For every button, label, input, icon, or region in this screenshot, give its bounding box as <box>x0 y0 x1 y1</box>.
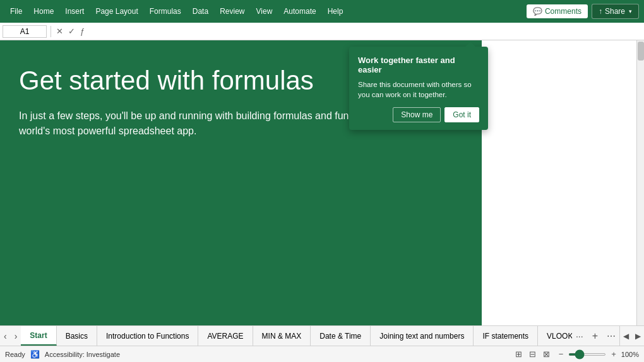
formula-input[interactable] <box>88 26 641 37</box>
confirm-formula-icon[interactable]: ✓ <box>67 26 76 36</box>
normal-view-button[interactable]: ⊞ <box>513 348 525 360</box>
status-left: Ready ♿ Accessibility: Investigate <box>5 350 120 359</box>
menu-review[interactable]: Review <box>215 4 249 18</box>
status-bar: Ready ♿ Accessibility: Investigate ⊞ ⊟ ⊠… <box>0 346 644 362</box>
tab-joining-text[interactable]: Joining text and numbers <box>371 326 474 346</box>
status-right: ⊞ ⊟ ⊠ − + 100% <box>513 348 639 360</box>
share-label: Share <box>605 7 625 16</box>
tab-date-time[interactable]: Date & Time <box>311 326 371 346</box>
tab-nav-prev[interactable]: ‹ <box>0 326 11 346</box>
ready-status: Ready <box>5 351 25 358</box>
tab-start[interactable]: Start <box>21 326 56 346</box>
menu-formulas[interactable]: Formulas <box>145 4 186 18</box>
menu-insert[interactable]: Insert <box>60 4 89 18</box>
formula-bar: ✕ ✓ ƒ <box>0 23 644 40</box>
menu-home[interactable]: Home <box>28 4 59 18</box>
tooltip-title: Work together faster and easier <box>358 55 479 74</box>
tab-basics[interactable]: Basics <box>57 326 97 346</box>
tab-average[interactable]: AVERAGE <box>198 326 253 346</box>
formula-bar-icons: ✕ ✓ ƒ <box>55 26 86 36</box>
menu-file[interactable]: File <box>5 4 27 18</box>
menu-view[interactable]: View <box>251 4 278 18</box>
tab-nav-next[interactable]: › <box>11 326 21 346</box>
tab-if-statements[interactable]: IF statements <box>474 326 538 346</box>
tab-scroll-right[interactable]: ▶ <box>632 326 644 346</box>
menu-data[interactable]: Data <box>188 4 213 18</box>
vertical-scrollbar[interactable] <box>636 40 644 325</box>
zoom-level: 100% <box>621 351 639 358</box>
got-it-button[interactable]: Got it <box>444 107 479 122</box>
tab-vlookup[interactable]: VLOOKUP <box>538 326 572 346</box>
zoom-in-button[interactable]: + <box>609 348 619 360</box>
page-break-view-button[interactable]: ⊠ <box>540 348 552 360</box>
cancel-formula-icon[interactable]: ✕ <box>55 26 64 36</box>
menu-help[interactable]: Help <box>323 4 349 18</box>
sheet-tabs: Start Basics Introduction to Functions A… <box>21 326 572 346</box>
tab-overflow-button[interactable]: ··· <box>572 326 587 346</box>
tabs-bar: ‹ › Start Basics Introduction to Functio… <box>0 325 644 346</box>
comments-button[interactable]: 💬 Comments <box>527 4 588 18</box>
view-buttons: ⊞ ⊟ ⊠ <box>513 348 552 360</box>
zoom-controls: − + 100% <box>556 348 639 360</box>
menu-automate[interactable]: Automate <box>278 4 321 18</box>
right-panel: Work together faster and easier Share th… <box>482 40 644 325</box>
share-icon: ↑ <box>599 7 602 16</box>
add-sheet-button[interactable]: + <box>587 326 603 346</box>
share-button[interactable]: ↑ Share ▾ <box>592 4 639 19</box>
menu-bar: File Home Insert Page Layout Formulas Da… <box>0 0 644 23</box>
tooltip-body: Share this document with others so you c… <box>358 79 479 100</box>
tab-scroll-buttons: ◀ ▶ <box>619 326 644 346</box>
scroll-thumb[interactable] <box>638 42 644 61</box>
menu-page-layout[interactable]: Page Layout <box>90 4 143 18</box>
accessibility-icon: ♿ <box>30 350 40 359</box>
tab-more-button[interactable]: ⋯ <box>603 326 619 346</box>
tab-scroll-left[interactable]: ◀ <box>620 326 632 346</box>
zoom-out-button[interactable]: − <box>556 348 566 360</box>
page-layout-view-button[interactable]: ⊟ <box>527 348 539 360</box>
comments-label: Comments <box>545 7 581 16</box>
cell-reference-box[interactable] <box>3 25 47 38</box>
tooltip-popup: Work together faster and easier Share th… <box>349 47 488 130</box>
tab-min-max[interactable]: MIN & MAX <box>253 326 311 346</box>
accessibility-status: Accessibility: Investigate <box>45 351 120 358</box>
tooltip-buttons: Show me Got it <box>358 107 479 122</box>
insert-function-icon[interactable]: ƒ <box>79 26 86 36</box>
tab-intro-functions[interactable]: Introduction to Functions <box>97 326 198 346</box>
header-buttons: 💬 Comments ↑ Share ▾ <box>527 4 639 19</box>
spreadsheet-area: Get started with formulas In just a few … <box>0 40 644 325</box>
show-me-button[interactable]: Show me <box>393 107 441 122</box>
share-dropdown-arrow: ▾ <box>629 8 632 15</box>
zoom-slider[interactable] <box>568 353 606 356</box>
comment-icon: 💬 <box>533 7 542 16</box>
formula-bar-divider <box>51 26 51 37</box>
